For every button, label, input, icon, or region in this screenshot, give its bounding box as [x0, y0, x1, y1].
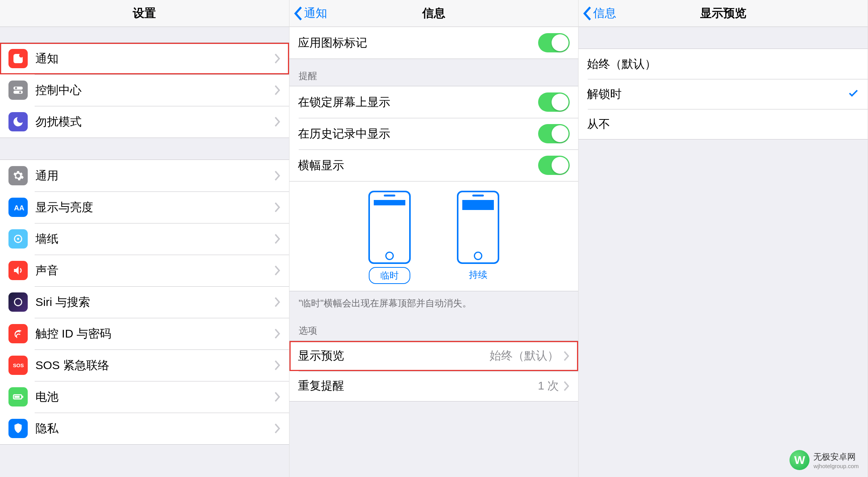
- row-label: 显示预览: [298, 348, 490, 364]
- svg-point-9: [15, 299, 22, 306]
- control-center-icon: [8, 81, 28, 100]
- row-banner[interactable]: 横幅显示: [289, 149, 579, 181]
- options-header: 选项: [289, 314, 579, 341]
- svg-text:SOS: SOS: [13, 363, 24, 368]
- checkmark-icon: [848, 87, 859, 101]
- battery-icon: [8, 387, 28, 406]
- svg-rect-12: [22, 396, 23, 398]
- screen-settings: 设置 通知 控制中心 勿扰模式: [0, 0, 289, 477]
- row-general[interactable]: 通用: [0, 160, 289, 191]
- row-label: 勿扰模式: [35, 114, 274, 130]
- row-label: 在锁定屏幕上显示: [298, 94, 539, 110]
- svg-point-4: [15, 87, 17, 89]
- chevron-right-icon: [274, 171, 281, 181]
- svg-point-5: [19, 91, 21, 93]
- settings-group-2: 通用 AA 显示与亮度 墙纸 声音 Siri 与搜索: [0, 160, 289, 445]
- chevron-right-icon: [564, 381, 570, 391]
- chevron-right-icon: [274, 423, 281, 433]
- watermark-cn: 无极安卓网: [813, 451, 859, 463]
- phone-persistent-icon: [457, 191, 499, 264]
- row-sos[interactable]: SOS SOS 紧急联络: [0, 349, 289, 381]
- chevron-right-icon: [274, 392, 281, 402]
- banner-style-persistent[interactable]: 持续: [457, 191, 499, 284]
- notifications-icon: [8, 49, 28, 68]
- badge-group: 应用图标标记: [289, 27, 579, 59]
- row-display[interactable]: AA 显示与亮度: [0, 191, 289, 223]
- row-show-preview[interactable]: 显示预览 始终（默认）: [289, 341, 579, 371]
- row-value: 1 次: [538, 378, 559, 394]
- svg-rect-13: [15, 396, 20, 398]
- row-repeat[interactable]: 重复提醒 1 次: [289, 371, 579, 401]
- banner-temp-label: 临时: [369, 267, 410, 284]
- row-label: 控制中心: [35, 82, 274, 98]
- preview-body: 始终（默认） 解锁时 从不: [579, 27, 868, 477]
- option-label: 解锁时: [587, 86, 848, 102]
- screen-show-preview: 信息 显示预览 始终（默认） 解锁时 从不: [579, 0, 868, 477]
- chevron-right-icon: [274, 297, 281, 307]
- sos-icon: SOS: [8, 356, 28, 375]
- option-always[interactable]: 始终（默认）: [579, 49, 868, 79]
- sound-icon: [8, 261, 28, 280]
- row-notifications[interactable]: 通知: [0, 43, 289, 74]
- alerts-group: 在锁定屏幕上显示 在历史记录中显示 横幅显示: [289, 86, 579, 181]
- row-label: Siri 与搜索: [35, 294, 274, 310]
- switch-badge[interactable]: [538, 33, 570, 52]
- row-battery[interactable]: 电池: [0, 381, 289, 413]
- banner-footer: "临时"横幅会出现在屏幕顶部并自动消失。: [289, 291, 579, 314]
- row-sound[interactable]: 声音: [0, 255, 289, 286]
- svg-point-8: [17, 238, 19, 240]
- chevron-right-icon: [274, 85, 281, 95]
- nav-title: 显示预览: [700, 5, 746, 21]
- chevron-right-icon: [274, 360, 281, 370]
- row-label: 隐私: [35, 421, 274, 437]
- row-control-center[interactable]: 控制中心: [0, 74, 289, 106]
- watermark-logo-icon: [789, 450, 809, 470]
- row-history[interactable]: 在历史记录中显示: [289, 118, 579, 149]
- row-label: 触控 ID 与密码: [35, 326, 274, 342]
- settings-group-1: 通知 控制中心 勿扰模式: [0, 42, 289, 138]
- switch-lockscreen[interactable]: [538, 92, 570, 112]
- row-label: 显示与亮度: [35, 200, 274, 215]
- display-icon: AA: [8, 198, 28, 217]
- option-label: 从不: [587, 116, 859, 132]
- row-touchid[interactable]: 触控 ID 与密码: [0, 318, 289, 349]
- messages-body: 应用图标标记 提醒 在锁定屏幕上显示 在历史记录中显示 横幅显示 临时: [289, 27, 579, 477]
- back-button[interactable]: 信息: [583, 5, 616, 21]
- row-siri[interactable]: Siri 与搜索: [0, 286, 289, 318]
- row-wallpaper[interactable]: 墙纸: [0, 223, 289, 255]
- row-label: 墙纸: [35, 231, 274, 247]
- chevron-right-icon: [564, 351, 570, 361]
- touchid-icon: [8, 324, 28, 343]
- siri-icon: [8, 292, 28, 312]
- banner-persist-label: 持续: [458, 267, 498, 282]
- row-label: 重复提醒: [298, 378, 538, 394]
- gear-icon: [8, 166, 28, 185]
- option-when-unlocked[interactable]: 解锁时: [579, 79, 868, 109]
- svg-point-1: [19, 54, 23, 58]
- row-privacy[interactable]: 隐私: [0, 413, 289, 444]
- phone-temporary-icon: [368, 191, 411, 264]
- back-label: 信息: [593, 5, 616, 21]
- row-label: 电池: [35, 389, 274, 405]
- svg-rect-2: [13, 87, 23, 90]
- chevron-right-icon: [274, 54, 281, 64]
- switch-history[interactable]: [538, 124, 570, 143]
- option-never[interactable]: 从不: [579, 109, 868, 139]
- switch-banner[interactable]: [538, 156, 570, 175]
- watermark: 无极安卓网 wjhotelgroup.com: [789, 450, 859, 470]
- row-badge[interactable]: 应用图标标记: [289, 27, 579, 59]
- row-label: 通用: [35, 168, 274, 184]
- chevron-right-icon: [274, 234, 281, 244]
- back-button[interactable]: 通知: [294, 5, 327, 21]
- banner-style-temporary[interactable]: 临时: [368, 191, 411, 284]
- row-dnd[interactable]: 勿扰模式: [0, 106, 289, 138]
- chevron-right-icon: [274, 329, 281, 339]
- row-lockscreen[interactable]: 在锁定屏幕上显示: [289, 86, 579, 118]
- row-label: SOS 紧急联络: [35, 358, 274, 373]
- alerts-header: 提醒: [289, 59, 579, 86]
- row-label: 应用图标标记: [298, 35, 539, 51]
- svg-text:AA: AA: [14, 204, 24, 212]
- row-value: 始终（默认）: [490, 348, 559, 364]
- chevron-right-icon: [274, 265, 281, 275]
- nav-bar: 设置: [0, 0, 289, 27]
